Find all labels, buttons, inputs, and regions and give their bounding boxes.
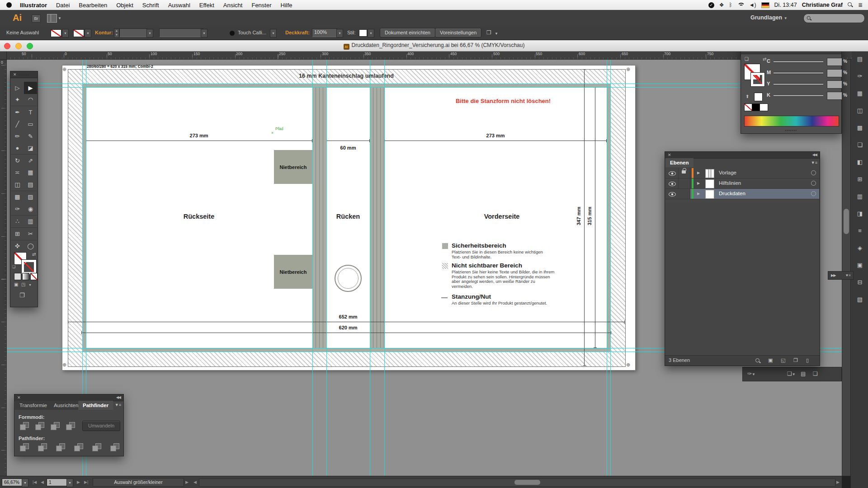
gradient-tool[interactable]: ▨ <box>24 191 37 203</box>
magic-wand-tool[interactable]: ✦ <box>11 94 24 106</box>
menu-datei[interactable]: Datei <box>52 2 74 9</box>
menu-effekt[interactable]: Effekt <box>195 2 219 9</box>
swatches-panel-icon[interactable]: ❏▼ <box>787 371 796 377</box>
new-sublayer-icon[interactable]: ◱ <box>781 357 785 363</box>
hand-tool[interactable]: ✜ <box>11 240 24 253</box>
menubar-user[interactable]: Christiane Graf <box>802 2 843 8</box>
stroke-swatch-caret[interactable]: ▼ <box>85 29 91 38</box>
scroll-left-arrow[interactable]: ◀ <box>193 480 197 484</box>
stroke-weight-caret[interactable]: ▼ <box>146 29 153 38</box>
paintbrush-tool[interactable]: ✏ <box>11 130 24 142</box>
wifi-icon[interactable] <box>737 3 744 8</box>
direct-selection-tool[interactable]: ▶ <box>24 82 37 94</box>
white-swatch[interactable] <box>760 103 768 111</box>
artboard-tool[interactable]: ⊞ <box>11 227 24 240</box>
dock-panel-icon-3[interactable]: ▦ <box>855 89 865 99</box>
dock-panel-icon-8[interactable]: ⊞ <box>855 174 865 184</box>
symbol-sprayer-tool[interactable]: ∴ <box>11 215 24 228</box>
menu-schrift[interactable]: Schrift <box>138 2 164 9</box>
channel-slider-k[interactable] <box>774 95 823 96</box>
document-setup-button[interactable]: Dokument einrichten <box>380 28 435 38</box>
tab-pathfinder[interactable]: Pathfinder <box>78 401 113 410</box>
gradient-mode-button[interactable] <box>22 273 29 280</box>
selection-tool[interactable]: ▷ <box>11 82 24 94</box>
mesh-tool[interactable]: ▩ <box>11 191 24 203</box>
draw-behind-mode-icon[interactable]: ◳ <box>21 282 25 287</box>
zoom-level-field[interactable]: 66,67% <box>2 479 24 486</box>
stroke-color-swatch[interactable] <box>751 73 764 86</box>
menubar-clock[interactable]: Di. 13:47 <box>774 2 797 8</box>
channel-slider-y[interactable] <box>774 84 823 85</box>
dock-panel-icon-12[interactable]: ◈ <box>855 243 865 253</box>
arrange-documents-caret[interactable]: ▼ <box>58 16 61 20</box>
tab-transformieren[interactable]: Transformie <box>15 401 52 410</box>
delete-layer-icon[interactable]: ▯ <box>806 357 809 363</box>
spotlight-search-icon[interactable] <box>848 2 853 8</box>
expand-triangle-icon[interactable]: ▶ <box>697 171 700 175</box>
none-mode-button[interactable] <box>30 273 38 280</box>
shape-mode-unite-button[interactable] <box>20 422 29 430</box>
swap-fill-stroke-icon[interactable]: ⇄ <box>763 56 766 61</box>
keyboard-layout-flag-icon[interactable] <box>761 2 769 8</box>
blend-tool[interactable]: ◉ <box>24 203 37 215</box>
artboard-number-field[interactable]: 1 <box>47 479 69 486</box>
dock-panel-icon-5[interactable]: ▩ <box>855 123 865 133</box>
pen-tool[interactable]: ✒ <box>11 106 24 118</box>
stroke-weight-field[interactable] <box>119 28 147 37</box>
menu-objekt[interactable]: Objekt <box>112 2 138 9</box>
channel-value-m[interactable] <box>827 69 842 77</box>
blob-brush-tool[interactable]: ● <box>11 142 24 155</box>
last-artboard-button[interactable]: ▶| <box>84 480 88 484</box>
lasso-tool[interactable]: ◠ <box>24 94 37 106</box>
channel-value-k[interactable] <box>827 92 842 100</box>
channel-slider-m[interactable] <box>774 72 823 74</box>
workspace-switcher[interactable]: Grundlagen ▼ <box>750 14 788 21</box>
libraries-panel-icon[interactable]: ❏ <box>813 371 818 377</box>
pathfinder-trim-button[interactable] <box>38 443 47 451</box>
bluetooth-icon[interactable]: ᛒ <box>729 2 732 8</box>
rotate-tool[interactable]: ↻ <box>11 154 24 167</box>
dropbox-icon[interactable]: ❖ <box>719 2 724 8</box>
close-icon[interactable]: ✕ <box>17 395 21 400</box>
vertical-scrollbar-thumb[interactable] <box>844 209 849 234</box>
visibility-cell[interactable] <box>665 178 679 188</box>
brush-definition-caret[interactable]: ▼ <box>270 29 277 38</box>
target-circle-icon[interactable] <box>811 170 816 175</box>
mini-fill-stroke-icon[interactable]: ❏ <box>745 56 749 61</box>
guide-horizontal[interactable] <box>6 87 842 88</box>
close-icon[interactable]: ✕ <box>668 153 671 157</box>
pathfinder-outline-button[interactable] <box>92 443 101 451</box>
arrange-documents-icon[interactable] <box>47 14 57 23</box>
pathfinder-merge-button[interactable] <box>56 443 65 451</box>
dock-panel-icon-1[interactable]: ▤ <box>855 54 865 64</box>
close-icon[interactable]: ✕ <box>13 72 17 77</box>
make-clipping-mask-icon[interactable]: ▣ <box>768 357 773 363</box>
opacity-caret[interactable]: ▼ <box>336 29 343 38</box>
new-layer-icon[interactable]: ❐ <box>793 357 798 363</box>
visibility-cell[interactable] <box>665 189 679 199</box>
shape-mode-exclude-button[interactable] <box>66 422 75 430</box>
eye-icon[interactable] <box>669 182 676 186</box>
variable-width-profile-caret[interactable]: ▼ <box>201 29 208 38</box>
eyedropper-tool[interactable]: ✑ <box>11 203 24 215</box>
panel-menu-icon[interactable]: ▼≡ <box>811 160 817 165</box>
lock-cell[interactable] <box>678 168 690 178</box>
menu-hilfe[interactable]: Hilfe <box>276 2 297 9</box>
pencil-tool[interactable]: ✎ <box>24 130 37 142</box>
lock-cell[interactable] <box>678 178 690 188</box>
drag-grip[interactable]: ▪▪▪▪▪▪▪ <box>785 128 797 132</box>
first-artboard-button[interactable]: |◀ <box>33 480 37 484</box>
draw-normal-mode-icon[interactable]: ▣ <box>14 282 18 287</box>
perspective-grid-tool[interactable]: ▤ <box>24 178 37 191</box>
screen-mode-icon[interactable]: ❐ <box>19 292 25 299</box>
vertical-ruler[interactable]: 0 <box>0 59 7 476</box>
next-artboard-button[interactable]: ▶ <box>77 480 80 484</box>
drag-grip[interactable]: ▪▪▪▪▪▪ <box>19 73 29 77</box>
color-mode-button[interactable] <box>14 273 21 280</box>
artboard-number-caret[interactable]: ▼ <box>66 479 73 487</box>
default-fill-stroke-icon[interactable]: ❏ <box>12 265 15 269</box>
last-color-swatch[interactable] <box>754 93 763 101</box>
layer-row-vorlage[interactable]: ▶Vorlage <box>665 168 819 178</box>
stroke-weight-stepper[interactable]: ▲▼ <box>114 28 119 38</box>
menu-fenster[interactable]: Fenster <box>247 2 276 9</box>
